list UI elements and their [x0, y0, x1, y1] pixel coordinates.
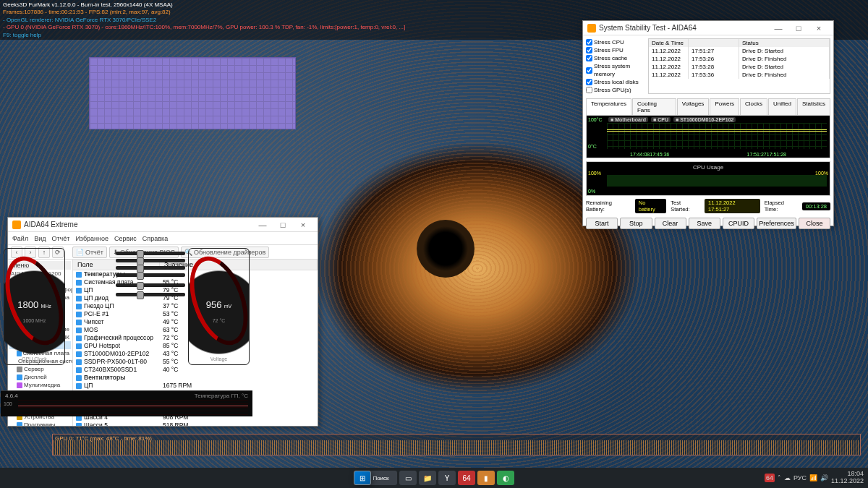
stress-check-5[interactable]: Stress GPU(s): [586, 86, 644, 94]
minimize-icon[interactable]: —: [252, 221, 273, 229]
gpu-clock-gauge: 1800 MHz 1000 MHz GPU Clock: [4, 248, 65, 365]
menu-item[interactable]: Избранное: [75, 235, 109, 242]
tree-item[interactable]: Мультимедиа: [9, 381, 71, 389]
stress-check-4[interactable]: Stress local disks: [586, 78, 644, 86]
close-icon[interactable]: ×: [293, 221, 313, 229]
log-row: 11.12.202217:53:36Drive D: Finished: [649, 71, 830, 79]
st-btn-cpuid[interactable]: CPUID: [723, 218, 754, 229]
chevron-up-icon[interactable]: ˄: [778, 474, 781, 481]
stability-tab-6[interactable]: Statistics: [797, 98, 830, 115]
aida-icon: [12, 221, 21, 229]
system-tray[interactable]: 64 ˄ ☁ РУС 📶 🔊 18:0411.12.2022: [765, 471, 864, 485]
aida-stability-window[interactable]: System Stability Test - AIDA64 — □ × Str…: [582, 20, 834, 226]
furmark-title: Geeks3D FurMark v1.12.0.0 - Burn-in test…: [3, 1, 865, 9]
st-btn-clear[interactable]: Clear: [655, 218, 686, 229]
start-button[interactable]: ⊞: [354, 471, 371, 485]
cpu-usage-graph: CPU Usage 100% 100% 0%: [586, 161, 830, 196]
stress-checks: Stress CPU Stress FPU Stress cache Stres…: [586, 38, 644, 94]
stability-tab-5[interactable]: Unified: [768, 98, 796, 115]
st-btn-save[interactable]: Save: [689, 218, 720, 229]
stability-tab-2[interactable]: Voltages: [677, 98, 710, 115]
aida-menu: ФайлВидОтчётИзбранноеСервисСправка: [8, 232, 318, 245]
log-row: 11.12.202217:53:26Drive D: Finished: [649, 55, 830, 63]
browser-icon[interactable]: Y: [438, 471, 456, 485]
log-table: Date & TimeStatus 11.12.202217:51:27Driv…: [648, 38, 830, 94]
furmark-frames: Frames:107886 - time:00:21:53 - FPS:82 (…: [3, 9, 865, 16]
onedrive-icon[interactable]: ☁: [784, 474, 791, 481]
sensor-row: ЦП1675 RPM: [73, 382, 318, 390]
afterburner-version: 4.6.4: [5, 393, 18, 399]
stress-check-3[interactable]: Stress system memory: [586, 62, 644, 78]
stress-check-1[interactable]: Stress FPU: [586, 46, 644, 54]
sensor-row: CT240BX500SSD140 °C: [73, 366, 318, 374]
sensor-row: Шасси 5518 RPM: [73, 421, 318, 426]
task-view-icon[interactable]: ▭: [399, 471, 417, 485]
aida-icon: [587, 24, 596, 33]
menu-item[interactable]: Справка: [142, 235, 168, 242]
tree-item[interactable]: Программы: [9, 421, 71, 426]
minimize-icon[interactable]: —: [768, 24, 788, 33]
tree-item[interactable]: Дисплей: [9, 373, 71, 381]
st-btn-start[interactable]: Start: [586, 218, 618, 229]
stress-check-0[interactable]: Stress CPU: [586, 38, 644, 46]
aida-taskbar-icon[interactable]: 64: [458, 471, 475, 485]
network-icon[interactable]: 📶: [809, 474, 817, 481]
st-btn-stop[interactable]: Stop: [620, 218, 652, 229]
menu-item[interactable]: Вид: [34, 235, 46, 242]
close-icon[interactable]: ×: [809, 24, 829, 33]
explorer-icon[interactable]: 📁: [419, 471, 436, 485]
app-taskbar-icon[interactable]: ◐: [497, 471, 514, 485]
stability-tab-0[interactable]: Temperatures: [586, 98, 631, 115]
aida-stability-titlebar[interactable]: System Stability Test - AIDA64 — □ ×: [583, 21, 833, 35]
aida-extreme-titlebar[interactable]: AIDA64 Extreme — □ ×: [8, 218, 318, 232]
temperature-graph: 100°C 0°C ■ Motherboard ■ CPU ■ ST1000DM…: [586, 115, 830, 158]
maximize-icon[interactable]: □: [788, 24, 809, 33]
report-button[interactable]: 📄 Отчёт: [72, 247, 107, 258]
log-row: 11.12.202217:51:27Drive D: Started: [649, 47, 830, 55]
st-btn-preferences[interactable]: Preferences: [757, 218, 796, 229]
log-row: 11.12.202217:53:28Drive D: Started: [649, 63, 830, 71]
stability-tab-4[interactable]: Clocks: [740, 98, 767, 115]
stability-tab-3[interactable]: Powers: [710, 98, 739, 115]
tree-item[interactable]: Сервер: [9, 365, 71, 373]
category-row: Вентиляторы: [73, 374, 318, 382]
voltage-gauge: 956 mV 72 °C Voltage: [188, 248, 250, 365]
language-indicator[interactable]: РУС: [793, 474, 807, 481]
stability-tab-1[interactable]: Cooling Fans: [632, 98, 676, 115]
st-btn-close[interactable]: Close: [799, 218, 830, 229]
stability-buttons: StartStopClearSaveCPUIDPreferencesClose: [586, 218, 830, 229]
furmark-taskbar-icon[interactable]: ▮: [477, 471, 495, 485]
maximize-icon[interactable]: □: [273, 221, 293, 229]
menu-item[interactable]: Отчёт: [51, 235, 69, 242]
menu-item[interactable]: Сервис: [114, 235, 137, 242]
memory-graph: [89, 57, 296, 129]
stress-check-2[interactable]: Stress cache: [586, 54, 644, 62]
afterburner-monitor: 4.6.4 Температура ГП, °C 100: [1, 390, 252, 416]
menu-item[interactable]: Файл: [12, 235, 28, 242]
taskbar[interactable]: ⊞ 🔍 Поиск ▭ 📁 Y 64 ▮ ◐ 64 ˄ ☁ РУС 📶 🔊 18…: [0, 468, 868, 488]
tray-clock[interactable]: 18:0411.12.2022: [831, 471, 864, 485]
tray-aida-icon[interactable]: 64: [765, 474, 775, 482]
stability-tabs: TemperaturesCooling FansVoltagesPowersCl…: [586, 98, 830, 115]
gpu-monitor-strip: GPU 0: 71°C (max: 48°C - time: 81%): [52, 434, 861, 455]
volume-icon[interactable]: 🔊: [820, 474, 828, 481]
